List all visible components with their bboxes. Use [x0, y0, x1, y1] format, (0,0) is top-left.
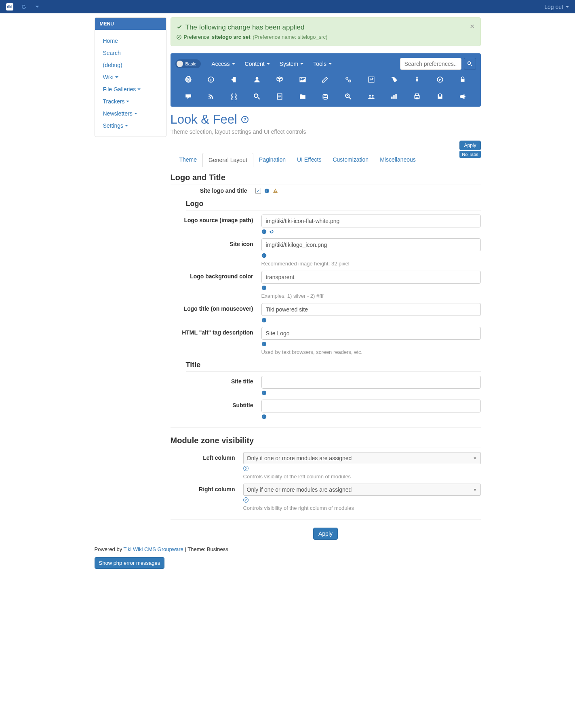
- info-icon[interactable]: i: [261, 414, 267, 419]
- apply-button-bottom[interactable]: Apply: [313, 528, 338, 540]
- tab-customization[interactable]: Customization: [327, 153, 374, 167]
- svg-rect-26: [396, 94, 397, 99]
- logo-title-label: Logo title (on mouseover): [171, 303, 261, 323]
- edit-icon[interactable]: [314, 74, 337, 86]
- users-icon[interactable]: [360, 90, 383, 103]
- right-column-select[interactable]: Only if one or more modules are assigned…: [243, 484, 481, 496]
- nav-access[interactable]: Access: [206, 57, 240, 70]
- database-icon[interactable]: [314, 90, 337, 103]
- no-tabs-button[interactable]: No Tabs: [459, 151, 480, 158]
- logo-bg-input[interactable]: [261, 271, 481, 284]
- lock-icon[interactable]: [451, 74, 474, 86]
- link-icon[interactable]: [223, 90, 246, 103]
- comment-icon[interactable]: [177, 90, 200, 103]
- right-column-label: Right column: [171, 484, 243, 511]
- logo-source-input[interactable]: [261, 215, 481, 227]
- tab-theme[interactable]: Theme: [174, 153, 203, 167]
- history-icon[interactable]: [21, 4, 27, 10]
- search-icon[interactable]: [245, 90, 268, 103]
- reset-icon[interactable]: [269, 229, 274, 234]
- php-errors-button[interactable]: Show php error messages: [95, 557, 165, 569]
- nav-content[interactable]: Content: [240, 57, 275, 70]
- translate-icon[interactable]: [360, 74, 383, 86]
- info-icon[interactable]: i: [261, 341, 267, 347]
- sidebar-item-trackers[interactable]: Trackers: [95, 95, 166, 107]
- svg-text:i: i: [266, 189, 267, 193]
- basic-toggle[interactable]: Basic: [175, 59, 201, 68]
- site-title-input[interactable]: [261, 376, 481, 389]
- sidebar-item-search[interactable]: Search: [95, 47, 166, 59]
- info-icon[interactable]: i: [261, 285, 267, 290]
- tab-ui-effects[interactable]: UI Effects: [291, 153, 327, 167]
- nav-tools[interactable]: Tools: [308, 57, 337, 70]
- map-pin-icon[interactable]: [406, 74, 429, 86]
- site-logo-title-checkbox[interactable]: ✓: [255, 188, 261, 194]
- gears-icon[interactable]: [337, 74, 360, 86]
- sidebar-item-home[interactable]: Home: [95, 35, 166, 47]
- print-icon[interactable]: [406, 90, 429, 103]
- search-input[interactable]: [400, 58, 461, 70]
- user-icon[interactable]: [245, 74, 268, 86]
- subtitle-input[interactable]: [261, 400, 481, 412]
- tag-icon[interactable]: [383, 74, 406, 86]
- alt-tag-input[interactable]: [261, 327, 481, 340]
- subtitle-label: Subtitle: [171, 400, 261, 419]
- svg-text:i: i: [263, 391, 264, 395]
- tab-miscellaneous[interactable]: Miscellaneous: [374, 153, 421, 167]
- help-icon[interactable]: ?: [243, 466, 249, 471]
- section-module-zone: Module zone visibility: [171, 436, 481, 448]
- basic-label: Basic: [185, 61, 196, 66]
- gift-icon[interactable]: [428, 90, 451, 103]
- rss-icon[interactable]: [200, 90, 223, 103]
- chevron-down-icon: ▼: [473, 456, 477, 461]
- chart-icon[interactable]: [383, 90, 406, 103]
- left-column-select[interactable]: Only if one or more modules are assigned…: [243, 452, 481, 464]
- svg-rect-25: [394, 95, 395, 99]
- nav-system[interactable]: System: [275, 57, 309, 70]
- alt-tag-help: Used by text browsers, screen readers, e…: [261, 349, 481, 355]
- gear-icon[interactable]: [177, 74, 200, 86]
- expand-icon[interactable]: [34, 4, 40, 10]
- site-icon-input[interactable]: [261, 238, 481, 251]
- check-icon: [177, 25, 182, 30]
- info-icon[interactable]: i: [261, 390, 267, 396]
- logo-bg-help: Examples: 1) silver - 2) #fff: [261, 293, 481, 299]
- tab-general-layout[interactable]: General Layout: [202, 153, 253, 167]
- sidebar-item-newsletters[interactable]: Newsletters: [95, 107, 166, 120]
- help-icon[interactable]: ?: [241, 116, 249, 123]
- folder-icon[interactable]: [291, 90, 314, 103]
- logo-title-input[interactable]: [261, 303, 481, 316]
- info-icon[interactable]: i: [261, 253, 267, 258]
- info-icon[interactable]: i: [264, 188, 270, 194]
- close-icon[interactable]: ×: [470, 22, 475, 31]
- apply-button-top[interactable]: Apply: [459, 141, 480, 150]
- site-logo-title-label: Site logo and title: [171, 187, 255, 194]
- search-button[interactable]: [464, 58, 476, 70]
- svg-rect-28: [416, 94, 419, 96]
- warning-icon[interactable]: !: [273, 188, 278, 194]
- svg-rect-5: [211, 79, 211, 82]
- info-icon[interactable]: i: [261, 229, 267, 234]
- dashboard-icon[interactable]: [428, 74, 451, 86]
- megaphone-icon[interactable]: [451, 90, 474, 103]
- logo-subheading: Logo: [186, 200, 481, 210]
- zoom-icon[interactable]: [337, 90, 360, 103]
- info-icon[interactable]: i: [261, 318, 267, 323]
- right-column-help: Controls visibility of the right column …: [243, 505, 481, 511]
- sidebar-item-settings[interactable]: Settings: [95, 120, 166, 132]
- login-icon[interactable]: [223, 74, 246, 86]
- tiki-logo[interactable]: tiki: [6, 3, 13, 11]
- sidebar-item-wiki[interactable]: Wiki: [95, 71, 166, 83]
- power-icon[interactable]: [200, 74, 223, 86]
- tab-pagination[interactable]: Pagination: [253, 153, 291, 167]
- document-icon[interactable]: [268, 90, 291, 103]
- help-icon[interactable]: ?: [243, 497, 249, 503]
- svg-rect-31: [439, 95, 441, 97]
- sidebar-item-filegalleries[interactable]: File Galleries: [95, 83, 166, 95]
- package-icon[interactable]: [268, 74, 291, 86]
- tiki-link[interactable]: Tiki Wiki CMS Groupware: [124, 546, 183, 552]
- logout-link[interactable]: Log out: [544, 4, 569, 10]
- image-icon[interactable]: [291, 74, 314, 86]
- logo-source-label: Logo source (image path): [171, 215, 261, 234]
- sidebar-item-debug[interactable]: (debug): [95, 59, 166, 71]
